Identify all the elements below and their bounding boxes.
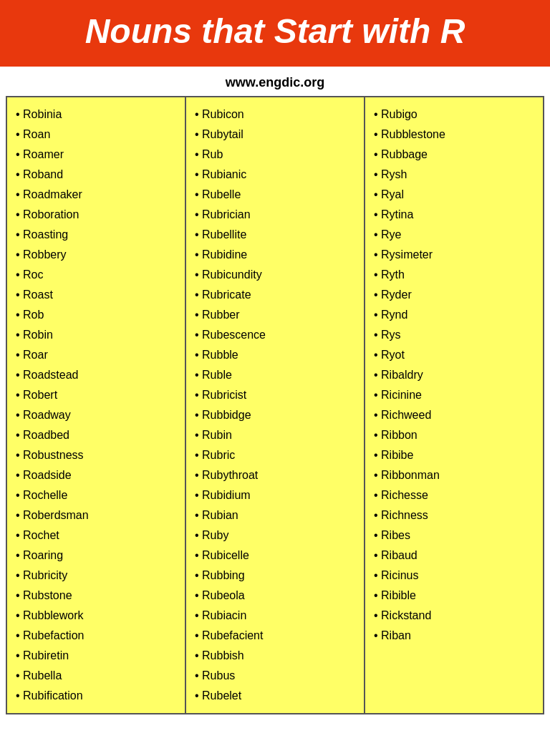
list-item: Rytina xyxy=(374,205,537,225)
table-row: RobiniaRoanRoamerRobandRoadmakerRoborati… xyxy=(6,97,544,714)
list-item: Ribible xyxy=(374,586,537,606)
list-item: Roadside xyxy=(16,465,179,485)
nouns-table: RobiniaRoanRoamerRobandRoadmakerRoborati… xyxy=(6,96,544,714)
list-item: Roamer xyxy=(16,145,179,165)
list-item: Robin xyxy=(16,325,179,345)
list-item: Rubricist xyxy=(195,385,358,405)
list-item: Rynd xyxy=(374,305,537,325)
list-item: Rubricate xyxy=(195,285,358,305)
list-item: Rubidine xyxy=(195,245,358,265)
list-item: Rysimeter xyxy=(374,245,537,265)
list-item: Roadway xyxy=(16,405,179,425)
list-item: Riban xyxy=(374,626,537,646)
list-item: Rubythroat xyxy=(195,465,358,485)
list-item: Ribbon xyxy=(374,425,537,445)
list-item: Rubin xyxy=(195,425,358,445)
website-url: www.engdic.org xyxy=(0,67,550,96)
list-item: Ribes xyxy=(374,525,537,546)
list-item: Rubicelle xyxy=(195,546,358,566)
list-item: Ryot xyxy=(374,345,537,365)
header: Nouns that Start with R xyxy=(0,0,550,67)
list-item: Rubbidge xyxy=(195,405,358,425)
list-item: Roasting xyxy=(16,225,179,245)
list-item: Rubstone xyxy=(16,586,179,606)
list-item: Roar xyxy=(16,345,179,365)
list-item: Roaring xyxy=(16,546,179,566)
list-item: Roast xyxy=(16,285,179,305)
column-3: RubigoRubblestoneRubbageRyshRyalRytinaRy… xyxy=(365,97,544,714)
column-1: RobiniaRoanRoamerRobandRoadmakerRoborati… xyxy=(6,97,185,714)
list-item: Rubefaction xyxy=(16,626,179,646)
list-item: Robinia xyxy=(16,105,179,125)
list-item: Rubytail xyxy=(195,125,358,145)
list-item: Rubiacin xyxy=(195,606,358,626)
column-3-list: RubigoRubblestoneRubbageRyshRyalRytinaRy… xyxy=(374,105,537,646)
list-item: Roadbed xyxy=(16,425,179,445)
content-table-wrapper: RobiniaRoanRoamerRobandRoadmakerRoborati… xyxy=(0,96,550,723)
list-item: Ruby xyxy=(195,525,358,546)
list-item: Rubiretin xyxy=(16,646,179,666)
list-item: Roboration xyxy=(16,205,179,225)
list-item: Rubblework xyxy=(16,606,179,626)
list-item: Rye xyxy=(374,225,537,245)
list-item: Ryth xyxy=(374,265,537,285)
list-item: Rubus xyxy=(195,666,358,686)
list-item: Roberdsman xyxy=(16,505,179,525)
list-item: Rubicon xyxy=(195,105,358,125)
list-item: Ribaud xyxy=(374,546,537,566)
list-item: Robbery xyxy=(16,245,179,265)
list-item: Rochelle xyxy=(16,485,179,505)
list-item: Richesse xyxy=(374,485,537,505)
list-item: Rochet xyxy=(16,525,179,546)
list-item: Roadmaker xyxy=(16,185,179,205)
list-item: Rys xyxy=(374,325,537,345)
list-item: Rubigo xyxy=(374,105,537,125)
list-item: Rubble xyxy=(195,345,358,365)
list-item: Rub xyxy=(195,145,358,165)
list-item: Rubianic xyxy=(195,165,358,185)
list-item: Rubelle xyxy=(195,185,358,205)
list-item: Rubbing xyxy=(195,566,358,586)
column-1-list: RobiniaRoanRoamerRobandRoadmakerRoborati… xyxy=(16,105,179,706)
list-item: Ricinine xyxy=(374,385,537,405)
list-item: Ricinus xyxy=(374,566,537,586)
list-item: Rysh xyxy=(374,165,537,185)
list-item: Rubelet xyxy=(195,686,358,706)
list-item: Rubian xyxy=(195,505,358,525)
list-item: Roan xyxy=(16,125,179,145)
list-item: Robert xyxy=(16,385,179,405)
list-item: Rubeola xyxy=(195,586,358,606)
list-item: Rob xyxy=(16,305,179,325)
list-item: Ribbonman xyxy=(374,465,537,485)
list-item: Rickstand xyxy=(374,606,537,626)
page-title: Nouns that Start with R xyxy=(14,13,536,51)
list-item: Roc xyxy=(16,265,179,285)
list-item: Roadstead xyxy=(16,365,179,385)
list-item: Robustness xyxy=(16,445,179,465)
list-item: Rubicundity xyxy=(195,265,358,285)
list-item: Richweed xyxy=(374,405,537,425)
list-item: Rubblestone xyxy=(374,125,537,145)
list-item: Ribibe xyxy=(374,445,537,465)
list-item: Rubidium xyxy=(195,485,358,505)
list-item: Richness xyxy=(374,505,537,525)
list-item: Rubricity xyxy=(16,566,179,586)
list-item: Rubification xyxy=(16,686,179,706)
list-item: Rubella xyxy=(16,666,179,686)
list-item: Roband xyxy=(16,165,179,185)
list-item: Rubric xyxy=(195,445,358,465)
list-item: Rubber xyxy=(195,305,358,325)
list-item: Rubbage xyxy=(374,145,537,165)
list-item: Rubefacient xyxy=(195,626,358,646)
column-2: RubiconRubytailRubRubianicRubelleRubrici… xyxy=(185,97,365,714)
list-item: Rubrician xyxy=(195,205,358,225)
list-item: Ruble xyxy=(195,365,358,385)
list-item: Rubellite xyxy=(195,225,358,245)
column-2-list: RubiconRubytailRubRubianicRubelleRubrici… xyxy=(195,105,358,706)
list-item: Rubescence xyxy=(195,325,358,345)
list-item: Ribaldry xyxy=(374,365,537,385)
list-item: Ryal xyxy=(374,185,537,205)
list-item: Ryder xyxy=(374,285,537,305)
list-item: Rubbish xyxy=(195,646,358,666)
